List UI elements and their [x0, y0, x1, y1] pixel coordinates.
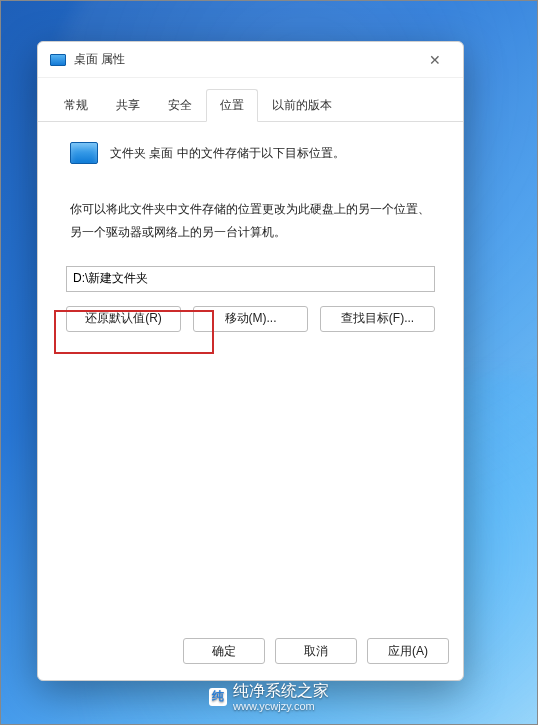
close-button[interactable]: ✕ [415, 46, 455, 74]
close-icon: ✕ [429, 52, 441, 68]
folder-location-label: 文件夹 桌面 中的文件存储于以下目标位置。 [110, 145, 345, 162]
tab-location[interactable]: 位置 [206, 89, 258, 122]
tab-security[interactable]: 安全 [154, 89, 206, 122]
window-title: 桌面 属性 [74, 51, 125, 68]
tab-sharing[interactable]: 共享 [102, 89, 154, 122]
tab-strip: 常规 共享 安全 位置 以前的版本 [38, 88, 463, 122]
move-button[interactable]: 移动(M)... [193, 306, 308, 332]
tab-content: 文件夹 桌面 中的文件存储于以下目标位置。 你可以将此文件夹中文件存储的位置更改… [38, 122, 463, 626]
path-input[interactable] [66, 266, 435, 292]
ok-button[interactable]: 确定 [183, 638, 265, 664]
location-description: 你可以将此文件夹中文件存储的位置更改为此硬盘上的另一个位置、另一个驱动器或网络上… [70, 198, 435, 244]
titlebar: 桌面 属性 ✕ [38, 42, 463, 78]
cancel-button[interactable]: 取消 [275, 638, 357, 664]
tab-previous-versions[interactable]: 以前的版本 [258, 89, 346, 122]
find-target-button[interactable]: 查找目标(F)... [320, 306, 435, 332]
dialog-footer: 确定 取消 应用(A) [38, 626, 463, 680]
folder-icon [70, 142, 98, 164]
app-icon [50, 54, 66, 66]
restore-defaults-button[interactable]: 还原默认值(R) [66, 306, 181, 332]
properties-dialog: 桌面 属性 ✕ 常规 共享 安全 位置 以前的版本 文件夹 桌面 中的文件存储于… [37, 41, 464, 681]
tab-general[interactable]: 常规 [50, 89, 102, 122]
apply-button[interactable]: 应用(A) [367, 638, 449, 664]
